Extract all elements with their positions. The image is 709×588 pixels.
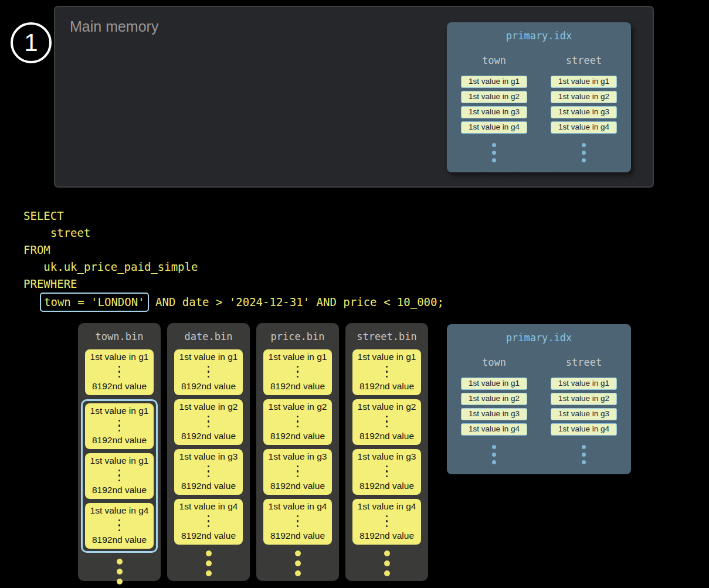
granule-cell: 1st value in g2 8192nd value <box>352 399 421 445</box>
idx-column-header: street <box>566 356 602 368</box>
idx-mark-cell: 1st value in g4 <box>461 121 527 134</box>
granule-last-value: 8192nd value <box>181 431 236 441</box>
idx-mark-cell: 1st value in g1 <box>461 76 527 88</box>
bin-column-date: date.bin 1st value in g1 8192nd value 1s… <box>167 323 250 581</box>
diagram-canvas: 1 Main memory primary.idx town 1st value… <box>0 0 709 588</box>
granule-cell: 1st value in g1 8192nd value <box>263 349 332 395</box>
ellipsis-dots-icon <box>582 143 586 162</box>
idx-mark-cell: 1st value in g2 <box>551 91 617 103</box>
idx-mark-cell: 1st value in g2 <box>461 91 527 103</box>
ellipsis-dots-icon <box>256 550 339 576</box>
granule-cell: 1st value in g1 8192nd value <box>174 349 243 395</box>
bin-file-title: street.bin <box>345 331 428 342</box>
granule-cell: 1st value in g3 8192nd value <box>174 449 243 495</box>
column-files-row: town.bin 1st value in g1 8192nd value 1s… <box>78 323 428 581</box>
granule-first-value: 1st value in g3 <box>358 451 416 462</box>
bin-column-town: town.bin 1st value in g1 8192nd value 1s… <box>78 323 161 581</box>
ellipsis-dots-icon <box>582 445 586 464</box>
granule-cell: 1st value in g1 8192nd value <box>85 403 154 449</box>
idx-column-header: town <box>482 55 506 66</box>
main-memory-title: Main memory <box>70 18 158 35</box>
granule-cell: 1st value in g4 8192nd value <box>352 499 421 545</box>
granule-first-value: 1st value in g1 <box>90 352 149 362</box>
granule-ellipsis-icon <box>118 519 121 532</box>
bin-column-price: price.bin 1st value in g1 8192nd value 1… <box>256 323 339 581</box>
idx-mark-cell: 1st value in g1 <box>461 378 527 390</box>
granule-cell: 1st value in g1 8192nd value <box>352 349 421 395</box>
ellipsis-dots-icon <box>78 559 161 584</box>
granule-last-value: 8192nd value <box>270 381 325 392</box>
main-memory-panel: Main memory primary.idx town 1st value i… <box>54 6 654 188</box>
idx-column-header: street <box>566 55 602 66</box>
idx-mark-cell: 1st value in g3 <box>551 106 617 118</box>
primary-idx-title: primary.idx <box>447 22 631 42</box>
idx-mark-cell: 1st value in g1 <box>551 76 617 88</box>
granule-ellipsis-icon <box>297 465 299 478</box>
idx-mark-cell: 1st value in g4 <box>551 121 617 134</box>
granule-last-value: 8192nd value <box>270 431 325 441</box>
primary-idx-panel-memory: primary.idx town 1st value in g1 1st val… <box>447 22 631 172</box>
granule-ellipsis-icon <box>208 515 210 528</box>
granule-ellipsis-icon <box>297 366 299 378</box>
granule-stack: 1st value in g1 8192nd value 1st value i… <box>167 349 250 545</box>
granule-first-value: 1st value in g4 <box>269 501 327 512</box>
idx-column-town: town 1st value in g1 1st value in g2 1st… <box>461 356 527 464</box>
granule-ellipsis-icon <box>386 416 388 428</box>
granule-last-value: 8192nd value <box>270 531 325 541</box>
step-number: 1 <box>24 30 38 55</box>
idx-column-street: street 1st value in g1 1st value in g2 1… <box>551 356 617 464</box>
granule-cell: 1st value in g4 8192nd value <box>85 503 154 549</box>
ellipsis-dots-icon <box>492 445 496 464</box>
granule-stack: 1st value in g1 8192nd value 1st value i… <box>256 349 339 545</box>
granule-first-value: 1st value in g3 <box>269 451 327 462</box>
idx-column-street: street 1st value in g1 1st value in g2 1… <box>551 55 617 162</box>
granule-stack: 1st value in g1 8192nd value 1st value i… <box>78 349 161 553</box>
granule-cell: 1st value in g4 8192nd value <box>174 499 243 545</box>
granule-cell: 1st value in g2 8192nd value <box>174 399 243 445</box>
granule-ellipsis-icon <box>386 465 388 478</box>
granule-cell: 1st value in g2 8192nd value <box>263 399 332 445</box>
granule-ellipsis-icon <box>208 416 210 428</box>
sql-line: FROM <box>23 242 444 259</box>
granule-first-value: 1st value in g1 <box>358 352 416 362</box>
granule-first-value: 1st value in g3 <box>179 451 238 462</box>
primary-idx-columns: town 1st value in g1 1st value in g2 1st… <box>447 55 631 162</box>
granule-first-value: 1st value in g4 <box>179 501 238 512</box>
granule-cell: 1st value in g1 8192nd value <box>85 453 154 499</box>
granule-cell: 1st value in g1 8192nd value <box>85 349 154 395</box>
idx-mark-cell: 1st value in g1 <box>551 378 617 390</box>
idx-column-town: town 1st value in g1 1st value in g2 1st… <box>461 55 527 162</box>
ellipsis-dots-icon <box>345 550 428 576</box>
granule-last-value: 8192nd value <box>359 381 414 392</box>
granule-ellipsis-icon <box>118 420 121 432</box>
granule-cell: 1st value in g3 8192nd value <box>263 449 332 495</box>
selected-granules-highlight: 1st value in g1 8192nd value 1st value i… <box>81 399 158 553</box>
sql-line: PREWHERE <box>23 276 444 293</box>
granule-ellipsis-icon <box>386 515 388 528</box>
idx-mark-cell: 1st value in g2 <box>551 393 617 405</box>
granule-first-value: 1st value in g2 <box>358 402 416 412</box>
idx-mark-cell: 1st value in g4 <box>551 423 617 436</box>
granule-cell: 1st value in g3 8192nd value <box>352 449 421 495</box>
granule-cell: 1st value in g4 8192nd value <box>263 499 332 545</box>
granule-last-value: 8192nd value <box>92 535 147 545</box>
ellipsis-dots-icon <box>167 550 250 576</box>
granule-last-value: 8192nd value <box>270 481 325 491</box>
idx-mark-cell: 1st value in g2 <box>461 393 527 405</box>
granule-last-value: 8192nd value <box>92 381 147 392</box>
granule-first-value: 1st value in g2 <box>269 402 327 412</box>
bin-file-title: price.bin <box>256 331 339 342</box>
bin-column-street: street.bin 1st value in g1 8192nd value … <box>345 323 428 581</box>
granule-last-value: 8192nd value <box>181 481 236 491</box>
primary-idx-panel-disk: primary.idx town 1st value in g1 1st val… <box>447 324 631 474</box>
bin-file-title: town.bin <box>78 331 161 342</box>
granule-first-value: 1st value in g1 <box>179 352 238 362</box>
granule-last-value: 8192nd value <box>359 481 414 491</box>
granule-ellipsis-icon <box>297 416 299 428</box>
granule-last-value: 8192nd value <box>181 531 236 541</box>
granule-ellipsis-icon <box>386 366 388 378</box>
sql-query: SELECT street FROM uk.uk_price_paid_simp… <box>23 208 444 312</box>
granule-first-value: 1st value in g4 <box>358 501 416 512</box>
granule-last-value: 8192nd value <box>359 431 414 441</box>
primary-idx-title: primary.idx <box>447 324 631 344</box>
